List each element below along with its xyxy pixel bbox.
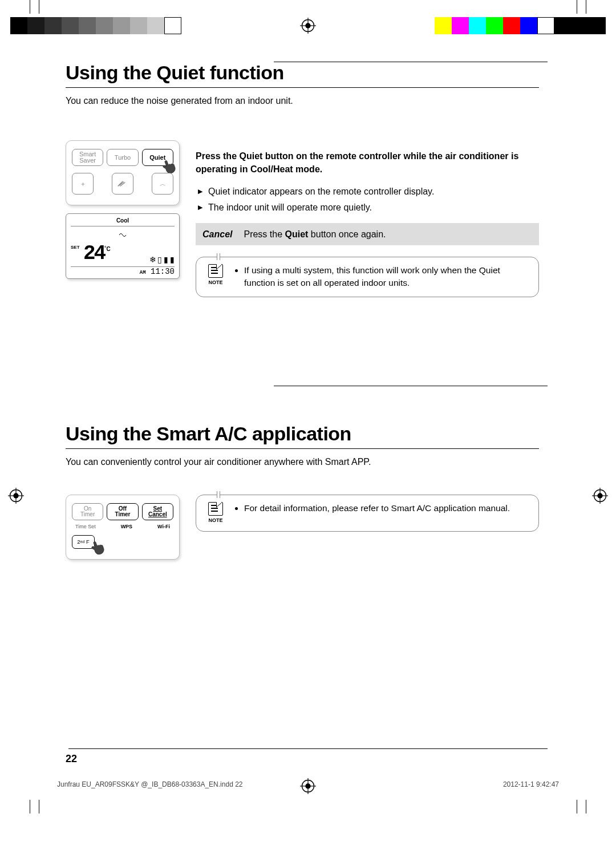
wps-label: WPS [121,524,133,529]
crop-mark [577,0,577,14]
print-color-bar [0,17,616,34]
quiet-button: Quiet [142,149,173,166]
registration-mark-icon [300,778,316,794]
rule-line [66,87,539,88]
plus-button: ＋ [72,173,94,195]
registration-mark-icon [8,488,24,504]
remote-illustration: Smart Saver Turbo Quiet ＋ ︿ [66,140,180,205]
crop-mark [39,0,39,14]
lcd-status-icons: ❄ ▯ ▮ ▮ [149,244,175,264]
registration-mark-icon [300,18,316,34]
lcd-unit: ˚C [104,246,111,252]
cancel-instruction: Cancel Press the Quiet button once again… [196,223,539,245]
section-subtitle: You can reduce the noise generated from … [66,96,539,106]
crop-mark [30,0,30,14]
swing-button [112,173,133,195]
note-text: For detail information, please refer to … [235,502,510,515]
cancel-text: Press the Quiet button once again. [244,228,386,241]
footer-timestamp: 2012-11-1 9:42:47 [503,780,559,788]
cancel-label: Cancel [202,228,232,241]
lcd-temperature: 24 [83,244,104,264]
instruction-text: Press the Quiet button on the remote con… [196,149,539,176]
lcd-mode: Cool [71,217,175,226]
footer-filename: Junfrau EU_AR09FSSK&Y @_IB_DB68-03363A_E… [57,780,243,788]
note-box: NOTE For detail information, please refe… [196,495,539,532]
section-title: Using the Quiet function [66,62,539,84]
set-cancel-button: Set Cancel [142,503,173,520]
section-subtitle: You can conveniently control your air co… [66,457,539,467]
wifi-label: Wi-Fi [157,524,170,529]
remote-illustration: On Timer Off Timer Set Cancel Time Set W… [66,495,180,560]
smart-saver-button: Smart Saver [72,149,103,166]
lcd-display: Cool SET 24 ˚C ❄ ▯ ▮ ▮ AM 11:30 [66,213,180,279]
color-strip [435,17,606,34]
section-title: Using the Smart A/C application [66,423,539,445]
bullet-item: Quiet indicator appears on the remote co… [196,185,539,198]
crop-mark [577,800,577,813]
grayscale-strip [10,17,181,34]
off-timer-button: Off Timer [107,503,138,520]
crop-mark [39,800,39,813]
note-icon: NOTE [204,502,227,524]
page-number: 22 [66,753,77,765]
rule-line [68,748,548,749]
note-text: If using a multi system, this function w… [235,264,529,290]
bullet-list: Quiet indicator appears on the remote co… [196,185,539,213]
up-button: ︿ [152,173,173,195]
crop-mark [586,800,586,813]
note-box: NOTE If using a multi system, this funct… [196,257,539,297]
turbo-button: Turbo [107,149,138,166]
bullet-item: The indoor unit will operate more quietl… [196,201,539,214]
lcd-clock: AM 11:30 [71,267,175,276]
on-timer-button: On Timer [72,503,103,520]
registration-mark-icon [592,488,608,504]
note-icon: NOTE [204,264,227,286]
timeset-label: Time Set [75,524,96,529]
crop-mark [586,0,586,14]
crop-mark [30,800,30,813]
rule-line [66,448,539,449]
quiet-icon [119,232,127,238]
lcd-set-label: SET [71,245,80,250]
